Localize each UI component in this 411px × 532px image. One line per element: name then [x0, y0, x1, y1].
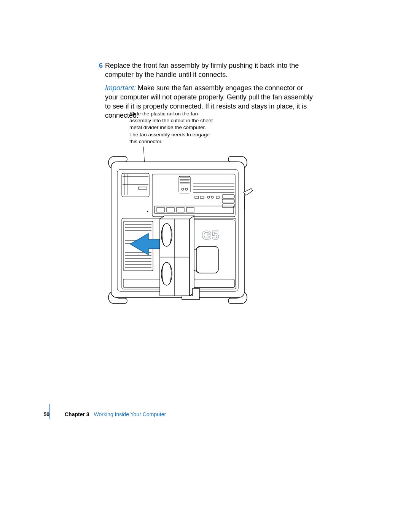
svg-rect-55	[196, 246, 218, 273]
page-footer: 50 Chapter 3 Working Inside Your Compute…	[39, 407, 328, 422]
svg-point-34	[147, 211, 148, 212]
computer-diagram: G5	[104, 147, 256, 310]
important-label: Important:	[105, 84, 136, 92]
step-number: 6	[94, 61, 103, 70]
document-page: 6 Replace the front fan assembly by firm…	[0, 0, 411, 532]
step-text: Replace the front fan assembly by firmly…	[105, 61, 315, 80]
figure-callout: Slide the plastic rail on the fan assemb…	[129, 110, 213, 145]
chapter-title: Working Inside Your Computer	[94, 411, 166, 417]
page-number: 50	[39, 411, 49, 417]
chapter-label: Chapter 3	[65, 411, 89, 417]
instruction-step: 6 Replace the front fan assembly by firm…	[94, 61, 315, 80]
g5-label: G5	[202, 228, 219, 242]
figure-block: Slide the plastic rail on the fan assemb…	[104, 110, 256, 310]
